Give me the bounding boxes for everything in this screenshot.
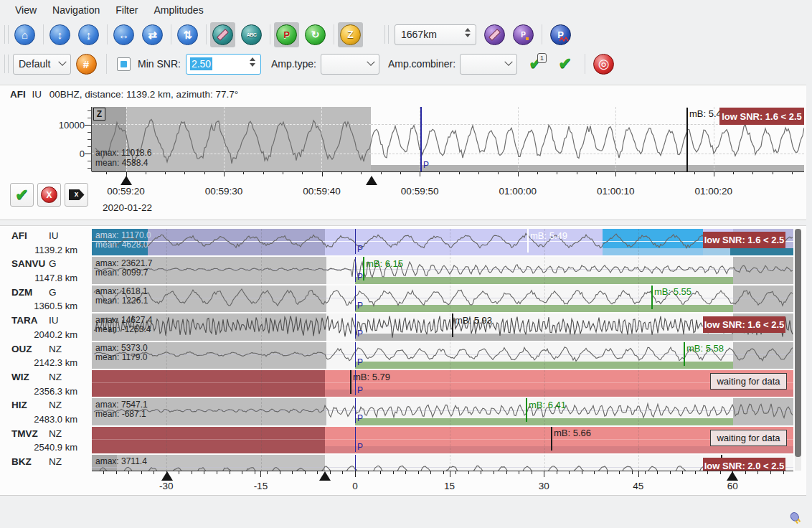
main-plot[interactable]: 100000Zamax: 11018.6mean: 4588.4PmB: 5.4… xyxy=(0,85,806,221)
zero-line xyxy=(92,382,793,383)
time-axis-tick xyxy=(381,171,382,174)
time-window-handle[interactable] xyxy=(161,471,173,481)
relative-axis-tick xyxy=(230,471,230,474)
trace-row[interactable] xyxy=(92,398,793,425)
toolbar-separator xyxy=(107,24,108,44)
menu-view[interactable]: View xyxy=(7,1,44,19)
relative-axis-major-tick xyxy=(638,471,639,477)
relocate-button[interactable]: ◎ xyxy=(591,52,616,77)
trace-row[interactable] xyxy=(92,370,793,397)
p-marker[interactable] xyxy=(355,257,357,282)
menu-navigation[interactable]: Navigation xyxy=(44,1,108,19)
p-marker[interactable] xyxy=(355,427,357,452)
crosshair-icon: ◎ xyxy=(593,54,614,75)
edit-pick-button[interactable] xyxy=(482,22,507,47)
p-marker-label: P xyxy=(357,357,363,367)
zero-line xyxy=(92,241,793,242)
station-distance: 2540.9 km xyxy=(13,442,77,453)
amplitude-marker[interactable] xyxy=(363,257,364,280)
amplitude-marker[interactable] xyxy=(452,314,453,337)
p-marker[interactable] xyxy=(355,370,357,395)
accept-button[interactable]: ✔ xyxy=(10,183,34,207)
amplitude-marker[interactable] xyxy=(651,286,653,309)
relative-axis-tick xyxy=(204,471,204,474)
time-axis-tick xyxy=(752,171,753,174)
amplitude-marker[interactable] xyxy=(350,370,351,394)
expand-horizontal-button[interactable]: ↔ xyxy=(111,22,136,47)
trace-row[interactable] xyxy=(92,229,793,255)
gridline-vertical xyxy=(450,455,450,471)
relative-time-axis: -30-15015304560 xyxy=(0,471,806,496)
distance-spinbox[interactable]: 1667km xyxy=(395,24,476,45)
p-marker[interactable] xyxy=(355,455,357,471)
picker-abc-button[interactable]: ABC xyxy=(239,22,264,47)
p-marker[interactable] xyxy=(420,107,422,171)
menu-filter[interactable]: Filter xyxy=(108,1,146,19)
fit-vertical-button[interactable]: ⇅ xyxy=(175,22,200,47)
spinner-arrows-icon[interactable] xyxy=(250,57,255,67)
time-axis-tick xyxy=(792,171,793,174)
p-marker[interactable] xyxy=(355,229,357,254)
scrollbar-handle[interactable] xyxy=(795,229,801,457)
gridline-vertical xyxy=(166,286,167,312)
noise-window-start-handle[interactable] xyxy=(121,176,132,185)
recalculate-button[interactable]: ↻ xyxy=(303,22,328,47)
min-snr-spinbox[interactable]: 2.50 xyxy=(186,54,261,75)
expand-vertical-button[interactable]: ↕ xyxy=(47,22,72,47)
mb-value: mB: 6.41 xyxy=(529,400,566,410)
mean-label: mean: 4588.4 xyxy=(95,159,148,169)
trace-region xyxy=(117,455,325,471)
trace-region xyxy=(733,286,793,312)
amp-combiner-combobox[interactable] xyxy=(460,54,517,75)
p-marker-label: P xyxy=(423,160,429,170)
amp-type-combobox[interactable] xyxy=(321,54,379,75)
trace-row[interactable] xyxy=(92,314,793,340)
time-window-handle[interactable] xyxy=(727,471,738,481)
apply-one-button[interactable]: ✔ 1 xyxy=(523,52,548,77)
trace-row[interactable] xyxy=(92,455,793,471)
time-window-handle[interactable] xyxy=(319,471,331,481)
relative-axis-tick xyxy=(557,471,557,474)
chevron-down-icon xyxy=(58,58,66,66)
relative-axis-label: -30 xyxy=(151,481,182,491)
mb-value: mB: 5.58 xyxy=(686,343,724,354)
toolbar-handle[interactable] xyxy=(4,25,9,44)
p-marker[interactable] xyxy=(355,398,357,423)
p-marker[interactable] xyxy=(355,286,357,311)
amplitude-marker[interactable] xyxy=(684,342,685,366)
noise-window-end-handle[interactable] xyxy=(366,176,377,185)
profile-value: Default xyxy=(19,58,50,70)
amplitude-marker[interactable] xyxy=(526,398,527,422)
hash-button[interactable]: # xyxy=(75,52,98,77)
spinner-arrows-icon[interactable] xyxy=(465,28,471,37)
menu-amplitudes[interactable]: Amplitudes xyxy=(146,1,211,19)
toolbar-separator xyxy=(270,24,270,44)
time-tick-label: 00:59:50 xyxy=(387,186,452,197)
reject-button[interactable]: X xyxy=(37,183,61,207)
component-z-button[interactable]: Z xyxy=(338,22,363,47)
apply-all-button[interactable]: ✔ xyxy=(552,52,577,77)
min-snr-checkbox[interactable] xyxy=(117,57,131,71)
trace-row[interactable] xyxy=(92,257,793,283)
date-label: 2020-01-22 xyxy=(103,202,152,213)
pick-p-button[interactable]: P xyxy=(274,22,299,47)
skip-button[interactable]: x xyxy=(65,183,88,207)
profile-combobox[interactable]: Default xyxy=(13,54,71,75)
gridline-vertical xyxy=(261,427,262,453)
collapse-horizontal-button[interactable]: ⇄ xyxy=(140,22,165,47)
toolbar-handle[interactable] xyxy=(384,25,389,44)
home-button[interactable]: ⌂ xyxy=(12,22,37,47)
amplitude-marker[interactable] xyxy=(686,108,688,171)
p-marker[interactable] xyxy=(355,314,357,339)
collapse-vertical-button[interactable]: ↨ xyxy=(76,22,101,47)
p-marker[interactable] xyxy=(355,342,357,367)
time-window-button[interactable]: P xyxy=(511,22,536,47)
compute-amplitudes-button[interactable]: P xyxy=(548,22,573,47)
amplitude-marker[interactable] xyxy=(527,229,529,253)
relative-axis-tick xyxy=(707,471,708,474)
toolbar-handle[interactable] xyxy=(4,55,9,73)
measure-ruler-button[interactable] xyxy=(210,22,235,47)
station-code: HIZ xyxy=(11,400,27,410)
trace-row[interactable] xyxy=(92,427,793,453)
amplitude-marker[interactable] xyxy=(551,427,552,451)
